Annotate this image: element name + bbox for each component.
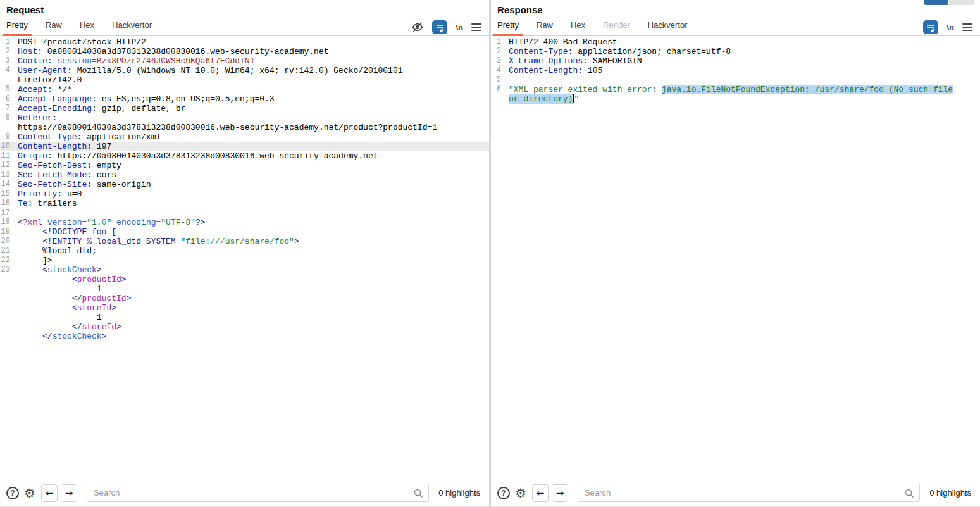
request-search-box bbox=[87, 484, 429, 502]
search-next-button[interactable]: → bbox=[61, 484, 77, 502]
line-number: 3 bbox=[0, 56, 15, 66]
tab-hex[interactable]: Hex bbox=[76, 20, 98, 35]
gear-icon[interactable]: ⚙ bbox=[24, 487, 35, 499]
code-line: 22 ]> bbox=[0, 256, 489, 265]
gear-icon[interactable]: ⚙ bbox=[515, 487, 526, 499]
code-text: </productId> bbox=[15, 294, 131, 303]
response-code: 1HTTP/2 400 Bad Request2Content-Type: ap… bbox=[491, 37, 980, 104]
line-number: 3 bbox=[491, 56, 506, 66]
tab-render: Render bbox=[599, 20, 634, 35]
code-line: 2Host: 0a080014030a3d378313238d00830016.… bbox=[0, 47, 489, 56]
line-number: 11 bbox=[0, 151, 15, 161]
help-icon[interactable]: ? bbox=[497, 487, 510, 499]
code-line: 8Referer: bbox=[0, 113, 489, 123]
response-search-box bbox=[578, 484, 920, 502]
line-number: 19 bbox=[0, 227, 15, 237]
code-line: <storeId> bbox=[0, 303, 489, 313]
code-line: 2Content-Type: application/json; charset… bbox=[491, 47, 980, 56]
code-text: or directory)" bbox=[506, 94, 579, 104]
search-previous-button[interactable]: ← bbox=[532, 484, 549, 502]
hide-eye-icon[interactable] bbox=[411, 21, 424, 34]
tab-pretty[interactable]: Pretty bbox=[3, 20, 32, 35]
code-text: "XML parser exited with error: java.io.F… bbox=[506, 85, 953, 94]
code-text: Content-Type: application/json; charset=… bbox=[506, 47, 731, 56]
code-text: HTTP/2 400 Bad Request bbox=[506, 37, 617, 47]
response-editor-icons: \n bbox=[923, 20, 972, 34]
response-search-input[interactable] bbox=[578, 484, 920, 502]
code-line: 20 <!ENTITY % local_dtd SYSTEM "file:///… bbox=[0, 237, 489, 246]
line-number: 17 bbox=[0, 208, 15, 218]
line-number: 22 bbox=[0, 256, 15, 265]
code-line: 5 bbox=[491, 75, 980, 85]
code-line: 16Te: trailers bbox=[0, 199, 489, 208]
line-number bbox=[491, 94, 506, 104]
show-newlines-toggle[interactable]: \n bbox=[946, 23, 954, 32]
request-editor[interactable]: 1POST /product/stock HTTP/22Host: 0a0800… bbox=[0, 36, 489, 479]
search-icon bbox=[413, 488, 423, 498]
code-text: X-Frame-Options: SAMEORIGIN bbox=[506, 56, 642, 66]
tab-raw[interactable]: Raw bbox=[533, 20, 557, 35]
request-tab-bar: PrettyRawHexHackvertor \n bbox=[0, 18, 489, 36]
code-text: Accept-Encoding: gzip, deflate, br bbox=[15, 104, 185, 113]
code-line: <productId> bbox=[0, 275, 489, 284]
response-editor[interactable]: 1HTTP/2 400 Bad Request2Content-Type: ap… bbox=[491, 36, 980, 479]
code-line: 1 bbox=[0, 313, 489, 322]
tab-hackvertor[interactable]: Hackvertor bbox=[644, 20, 692, 35]
response-search-toolbar: ? ⚙ ← → 0 highlights bbox=[491, 479, 980, 507]
editor-menu-icon[interactable] bbox=[471, 23, 481, 32]
line-number bbox=[0, 294, 15, 303]
editor-menu-icon[interactable] bbox=[962, 23, 972, 32]
code-line: or directory)" bbox=[491, 94, 980, 104]
code-line: </productId> bbox=[0, 294, 489, 303]
code-text: https://0a080014030a3d378313238d00830016… bbox=[15, 123, 437, 132]
code-text: <!DOCTYPE foo [ bbox=[15, 227, 116, 237]
code-text: Accept-Language: es-ES,es;q=0.8,en-US;q=… bbox=[15, 94, 275, 104]
line-number: 15 bbox=[0, 189, 15, 199]
code-text: ]> bbox=[15, 256, 53, 265]
code-text: Origin: https://0a080014030a3d378313238d… bbox=[15, 151, 378, 161]
line-number bbox=[0, 313, 15, 322]
line-number bbox=[0, 275, 15, 284]
line-number: 1 bbox=[491, 37, 506, 47]
code-text bbox=[506, 75, 509, 85]
word-wrap-toggle[interactable] bbox=[432, 20, 447, 34]
code-line: 12Sec-Fetch-Dest: empty bbox=[0, 161, 489, 170]
line-number bbox=[0, 123, 15, 132]
code-text: Content-Type: application/xml bbox=[15, 132, 161, 142]
request-tabs: PrettyRawHexHackvertor bbox=[3, 20, 166, 35]
code-line: 11Origin: https://0a080014030a3d37831323… bbox=[0, 151, 489, 161]
tab-raw[interactable]: Raw bbox=[42, 20, 66, 35]
line-number bbox=[0, 284, 15, 294]
request-search-input[interactable] bbox=[87, 484, 429, 502]
code-line: Firefox/142.0 bbox=[0, 75, 489, 85]
code-line: 1 bbox=[0, 284, 489, 294]
tab-hackvertor[interactable]: Hackvertor bbox=[108, 20, 156, 35]
code-text: Sec-Fetch-Mode: cors bbox=[15, 170, 116, 180]
line-number: 5 bbox=[491, 75, 506, 85]
line-number: 9 bbox=[0, 132, 15, 142]
request-highlights-count: 0 highlights bbox=[438, 488, 480, 498]
window-control-fragment bbox=[924, 0, 974, 5]
line-number bbox=[0, 322, 15, 332]
response-panel-title: Response bbox=[491, 0, 980, 18]
line-number: 23 bbox=[0, 265, 15, 275]
code-line: 23 <stockCheck> bbox=[0, 265, 489, 275]
line-number: 2 bbox=[0, 47, 15, 56]
code-text: Cookie: session=Bzk8POzr2746JCWSHcbKQa6f… bbox=[15, 56, 254, 66]
line-number: 10 bbox=[0, 142, 15, 151]
search-next-button[interactable]: → bbox=[552, 484, 568, 502]
line-number bbox=[0, 303, 15, 313]
line-number: 1 bbox=[0, 37, 15, 47]
code-line: 14Sec-Fetch-Site: same-origin bbox=[0, 180, 489, 189]
response-panel: Response PrettyRawHexRenderHackvertor \n bbox=[491, 0, 980, 507]
line-number: 7 bbox=[0, 104, 15, 113]
code-text: </storeId> bbox=[15, 322, 121, 332]
code-line: 6"XML parser exited with error: java.io.… bbox=[491, 85, 980, 94]
code-line: 1POST /product/stock HTTP/2 bbox=[0, 37, 489, 47]
show-newlines-toggle[interactable]: \n bbox=[456, 23, 463, 32]
tab-hex[interactable]: Hex bbox=[567, 20, 589, 35]
word-wrap-toggle[interactable] bbox=[923, 20, 938, 34]
tab-pretty[interactable]: Pretty bbox=[493, 20, 523, 35]
search-previous-button[interactable]: ← bbox=[41, 484, 58, 502]
help-icon[interactable]: ? bbox=[6, 487, 19, 499]
